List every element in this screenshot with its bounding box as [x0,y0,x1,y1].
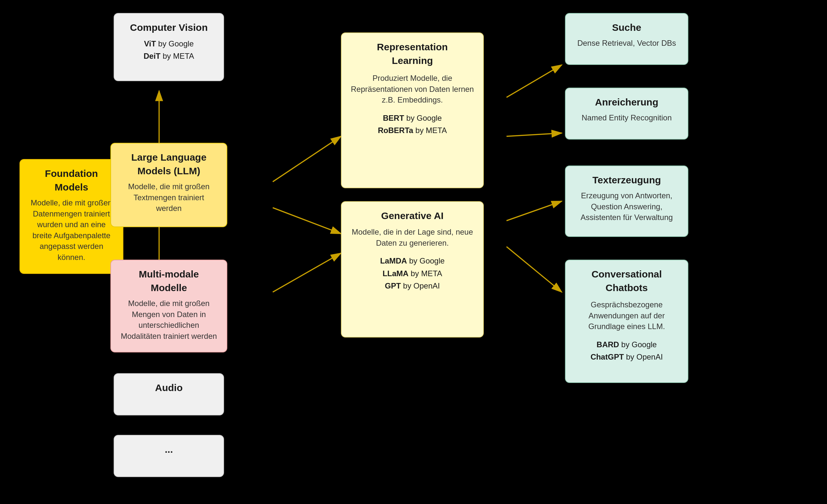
anreicherung-card: Anreicherung Named Entity Recognition [565,88,688,140]
text-desc: Erzeugung von Antworten, Question Answer… [575,190,679,223]
suche-desc: Dense Retrieval, Vector DBs [575,38,679,49]
multimodal-desc: Modelle, die mit großen Mengen von Daten… [120,298,217,341]
dots-card: ... [114,435,224,477]
rep-title: RepresentationLearning [351,40,474,67]
computer-vision-card: Computer Vision ViT by GoogleDeiT by MET… [114,13,224,81]
suche-title: Suche [575,21,679,35]
suche-card: Suche Dense Retrieval, Vector DBs [565,13,688,65]
multimodal-title: Multi-modale Modelle [120,267,217,295]
anreicherung-desc: Named Entity Recognition [575,112,679,123]
gen-title: Generative AI [351,209,474,222]
text-title: Texterzeugung [575,173,679,187]
gen-models: LaMDA by GoogleLLaMA by METAGPT by OpenA… [351,255,474,292]
foundation-title: Foundation Models [29,167,114,194]
generative-card: Generative AI Modelle, die in der Lage s… [341,201,484,338]
cv-title: Computer Vision [124,21,214,35]
llm-title: Large Language Models (LLM) [120,151,217,178]
svg-line-10 [506,133,562,136]
texterzeugung-card: Texterzeugung Erzeugung von Antworten, Q… [565,165,688,237]
svg-line-9 [506,65,562,97]
audio-card: Audio [114,373,224,415]
foundation-card: Foundation Models Modelle, die mit große… [19,159,124,274]
svg-line-11 [506,201,562,221]
rep-desc: Produziert Modelle, die Repräsentationen… [351,73,474,105]
chatbots-desc: Gesprächsbezogene Anwendungen auf der Gr… [575,299,679,332]
llm-card: Large Language Models (LLM) Modelle, die… [110,143,227,227]
foundation-desc: Modelle, die mit großen Datenmengen trai… [29,197,114,263]
audio-title: Audio [124,381,214,395]
svg-line-6 [273,136,341,182]
multimodal-card: Multi-modale Modelle Modelle, die mit gr… [110,260,227,352]
svg-line-8 [273,253,341,292]
svg-line-7 [273,208,341,234]
cv-models: ViT by GoogleDeiT by META [124,38,214,63]
dots-title: ... [124,443,214,456]
gen-desc: Modelle, die in der Lage sind, neue Date… [351,226,474,248]
chatbots-title: ConversationalChatbots [575,267,679,295]
representation-card: RepresentationLearning Produziert Modell… [341,33,484,188]
chatbots-models: BARD by GoogleChatGPT by OpenAI [575,339,679,363]
svg-line-12 [506,247,562,292]
llm-desc: Modelle, die mit großen Textmengen train… [120,181,217,214]
diagram-container: Foundation Models Modelle, die mit große… [0,0,827,504]
chatbots-card: ConversationalChatbots Gesprächsbezogene… [565,260,688,383]
rep-models: BERT by GoogleRoBERTa by META [351,112,474,137]
anreicherung-title: Anreicherung [575,95,679,109]
